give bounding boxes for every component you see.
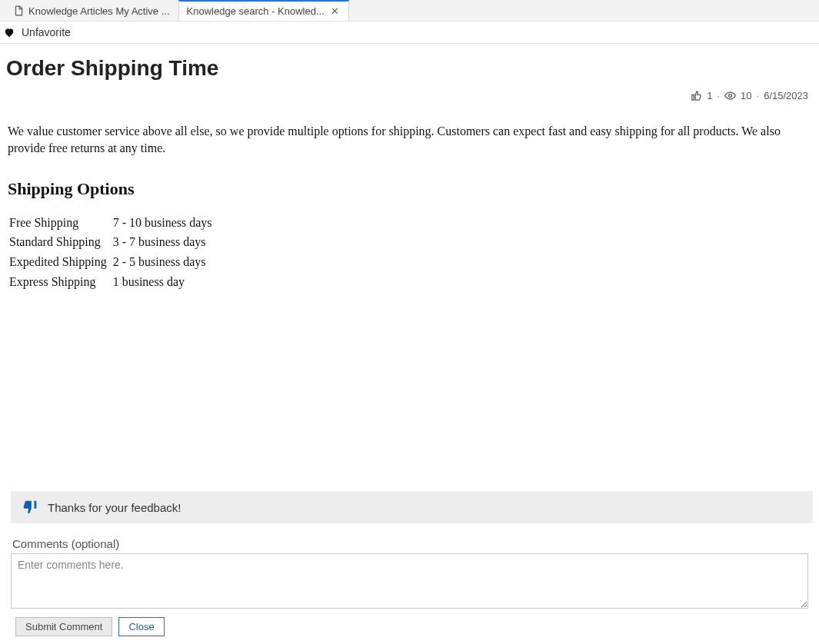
table-row: Express Shipping 1 business day [8, 272, 217, 292]
tab-knowledge-articles[interactable]: Knowledge Articles My Active ... [5, 0, 178, 21]
close-icon[interactable]: ✕ [329, 5, 341, 17]
spacer [6, 291, 813, 491]
comments-section: Comments (optional) Submit Comment Close [6, 523, 813, 641]
feedback-bar: Thanks for your feedback! [11, 491, 813, 523]
table-row: Standard Shipping 3 - 7 business days [8, 232, 217, 252]
unfavorite-button[interactable]: Unfavorite [22, 26, 71, 38]
toolbar: Unfavorite [0, 22, 819, 44]
shipping-name: Express Shipping [8, 272, 112, 292]
shipping-name: Free Shipping [8, 213, 112, 233]
tab-bar: Knowledge Articles My Active ... Knowled… [0, 0, 819, 22]
tab-label: Knowledge Articles My Active ... [28, 5, 170, 17]
tab-label: Knowledge search - Knowled... [187, 5, 325, 17]
thumbs-down-icon [22, 499, 38, 516]
shipping-time: 3 - 7 business days [112, 232, 217, 252]
page-content: Order Shipping Time 1 · 10 · 6/15/2023 W… [0, 44, 819, 641]
comments-label: Comments (optional) [12, 537, 808, 550]
button-row: Submit Comment Close [11, 617, 808, 636]
page-title: Order Shipping Time [6, 56, 813, 81]
shipping-time: 2 - 5 business days [112, 252, 217, 272]
shipping-options-table: Free Shipping 7 - 10 business days Stand… [8, 213, 217, 291]
article-intro: We value customer service above all else… [8, 123, 811, 156]
article-meta: 1 · 10 · 6/15/2023 [6, 84, 813, 105]
feedback-message: Thanks for your feedback! [48, 501, 181, 514]
thumbs-up-icon [691, 90, 702, 101]
meta-separator: · [757, 90, 760, 101]
submit-comment-button[interactable]: Submit Comment [15, 617, 112, 636]
article-date: 6/15/2023 [764, 90, 808, 101]
close-button[interactable]: Close [118, 617, 164, 636]
section-heading: Shipping Options [8, 178, 811, 201]
shipping-name: Standard Shipping [8, 232, 112, 252]
table-row: Free Shipping 7 - 10 business days [8, 213, 217, 233]
meta-separator: · [717, 90, 720, 101]
table-row: Expedited Shipping 2 - 5 business days [8, 252, 217, 272]
shipping-time: 7 - 10 business days [112, 213, 217, 233]
article-body: We value customer service above all else… [6, 123, 813, 291]
views-count: 10 [741, 90, 751, 101]
tab-knowledge-search[interactable]: Knowledge search - Knowled... ✕ [178, 0, 349, 21]
document-icon [13, 5, 24, 16]
eye-icon [724, 90, 736, 101]
heart-icon [3, 26, 15, 38]
shipping-time: 1 business day [112, 272, 217, 292]
likes-count: 1 [707, 90, 712, 101]
shipping-name: Expedited Shipping [8, 252, 112, 272]
svg-point-0 [729, 95, 732, 98]
comments-input[interactable] [11, 553, 808, 609]
